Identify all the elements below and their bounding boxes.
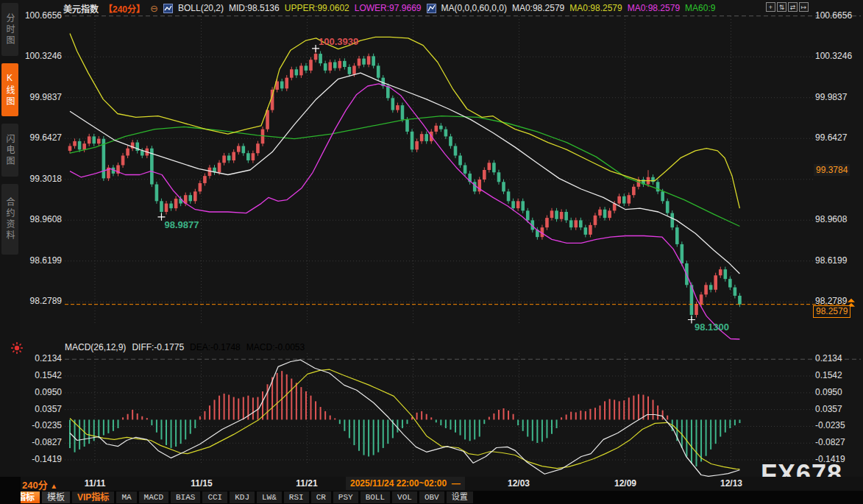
macd-axis-label: 0.1542 [815,370,842,380]
price-axis-label: 99.6427 [815,132,847,143]
alert-icon[interactable] [10,341,24,355]
period-button[interactable]: 240分 ▲ [22,478,57,491]
price-axis-label: 99.6427 [21,132,62,143]
boll-mid-value: MID:98.5136 [229,3,280,13]
candle-body [622,196,626,204]
candle-body [550,210,554,218]
candle-body [78,141,82,149]
scale-x-axis-icon[interactable]: ⇄ [788,2,798,12]
price-axis-label: 99.9837 [21,92,62,102]
x-axis-date: 11/11 [85,478,106,489]
candle-body [555,210,558,219]
candle-body [121,155,125,165]
sidebar: 分时图K线图闪电图合约资料 [0,0,20,477]
candle-body [560,212,564,219]
candle-body [174,199,178,208]
candle-body [295,69,299,75]
highlighted-date: 2025/11/24 22:00~02:00 — [346,477,465,490]
candle-body [338,61,342,68]
series-line [70,116,739,227]
candle-body [377,65,380,77]
candle-body [218,163,221,172]
price-axis-label: 100.3246 [21,51,62,61]
candle-body [165,204,168,212]
toolbar-item-VOL[interactable]: VOL [392,491,417,503]
toolbar-item-VIP指标[interactable]: VIP指标 [72,491,114,503]
price-axis-label: 100.3246 [815,51,852,61]
symbol-title: 美元指数 [63,2,99,15]
ma60-value: MA60:9 [685,3,715,13]
candle-body [444,129,448,137]
sidebar-item-tab[interactable]: 合约资料 [1,184,18,255]
toolbar-item-BIAS[interactable]: BIAS [171,491,200,503]
toolbar-item-LW&[interactable]: LW& [257,491,282,503]
candle-body [439,126,443,129]
chart-canvas[interactable] [0,0,863,504]
toolbar-item-KDJ[interactable]: KDJ [230,491,255,503]
price-axis-label: 100.6656 [21,10,62,21]
macd-macd-value: MACD:-0.0053 [246,342,305,352]
candle-body [222,155,226,163]
x-axis-date: 12/13 [720,478,742,489]
move-icon[interactable]: + [766,2,775,12]
candle-body [309,60,313,71]
toolbar-item-CR[interactable]: CR [311,491,331,503]
scale-y-axis-icon[interactable]: ⇅ [777,2,786,12]
candle-body [598,210,602,216]
pan-to-latest-icon[interactable]: ↦ [799,2,809,12]
candle-body [299,65,303,75]
ma-indicator-icon[interactable] [427,4,436,13]
price-axis-label: 100.6656 [815,10,852,21]
toolbar-item-BOLL[interactable]: BOLL [361,491,390,503]
x-axis-row: 240分 ▲ 11/1111/1511/2112/0312/0912/13 20… [0,477,863,491]
toolbar-item-MACD[interactable]: MACD [139,491,168,503]
indicator-toolbar: 指标模板VIP指标MAMACDBIASCCIKDJLW&RSICRPSYBOLL… [0,491,863,504]
toolbar-item-模板[interactable]: 模板 [42,491,70,503]
macd-axis-label: 0.0357 [21,404,62,414]
toolbar-item-RSI[interactable]: RSI [284,491,309,503]
collapse-icon[interactable]: ⊖ [150,3,158,14]
candle-body [411,132,414,149]
price-axis-label: 99.9837 [815,92,847,102]
candle-body [589,225,592,235]
toolbar-item-CCI[interactable]: CCI [202,491,227,503]
candle-body [628,195,631,203]
candle-body [584,227,588,235]
candle-body [420,134,424,141]
candle-body [305,65,308,71]
macd-axis-label: -0.0235 [815,420,845,430]
sidebar-item-tab[interactable]: 分时图 [1,3,18,56]
candle-body [675,227,679,244]
candle-body [488,163,491,170]
macd-axis-label: -0.1419 [21,454,62,464]
candle-body [256,143,260,153]
boll-indicator-icon[interactable] [163,4,173,13]
toolbar-item-PSY[interactable]: PSY [333,491,358,503]
candle-body [252,153,255,160]
candle-body [92,136,96,143]
macd-axis-label: 0.2134 [815,353,842,363]
high-price-label: 100.3939 [319,36,358,47]
candle-body [246,153,250,160]
macd-label: MACD(26,12,9) [65,342,126,352]
toolbar-item-MA[interactable]: MA [116,491,136,503]
sidebar-item-tab[interactable]: 闪电图 [1,124,18,177]
candle-body [396,105,399,110]
candle-body [314,54,318,60]
toolbar-item-OBV[interactable]: OBV [419,491,444,503]
candle-body [425,134,428,141]
chart-tool-icons: +⇅⇄↦ [766,2,809,12]
candle-body [704,285,708,294]
candle-body [700,294,703,304]
price-axis-label: 98.9608 [21,214,62,224]
current-price-badge: 98.2579 [813,305,850,318]
candle-body [203,176,207,183]
candle-body [415,141,419,149]
candle-body [358,59,361,66]
macd-axis-label: 0.0357 [815,404,842,414]
macd-axis-label: -0.0235 [21,420,62,430]
macd-axis-label: -0.0827 [815,437,845,447]
candle-body [502,182,505,191]
sidebar-item-kline[interactable]: K线图 [1,63,18,116]
toolbar-item-设置[interactable]: 设置 [447,491,473,503]
